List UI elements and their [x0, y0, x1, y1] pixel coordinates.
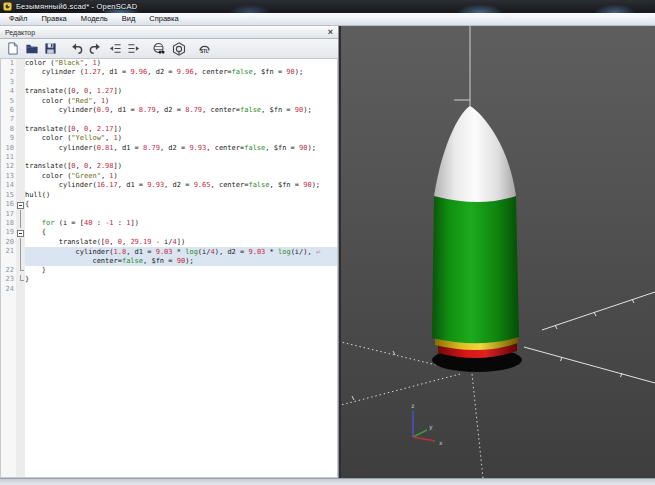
code-line[interactable]: 18 for (i = [40 : -1 : 1]) [1, 219, 337, 228]
fold-margin [16, 162, 25, 171]
fold-marker[interactable] [16, 200, 25, 209]
viewport-3d[interactable]: z y x [339, 26, 655, 478]
open-file-button[interactable] [23, 40, 40, 57]
menu-item[interactable]: Модель [74, 13, 115, 25]
code-line[interactable]: 16{ [1, 200, 337, 209]
code-line[interactable]: 11 [1, 153, 337, 162]
axis-label-y: y [429, 423, 433, 431]
fold-margin [16, 106, 25, 115]
save-file-button[interactable] [42, 40, 59, 57]
fold-marker [16, 275, 25, 284]
code-line[interactable]: 7 [1, 115, 337, 124]
code-line[interactable]: 13 color ("Green", 1) [1, 172, 337, 181]
render-preview-icon [152, 42, 167, 56]
render-button[interactable] [170, 40, 187, 57]
z-axis-line [454, 26, 470, 106]
code-text: color ("Red", 1) [25, 97, 337, 106]
code-line[interactable]: 23} [1, 275, 337, 284]
open-file-icon [25, 42, 39, 55]
code-line[interactable]: 14 cylinder(16.17, d1 = 9.93, d2 = 9.65,… [1, 181, 337, 190]
fold-margin [16, 134, 25, 143]
line-number: 10 [1, 144, 16, 153]
line-number: 20 [1, 238, 16, 247]
menu-item[interactable]: Вид [115, 13, 143, 25]
menu-item[interactable]: Справка [142, 13, 185, 25]
code-text [25, 78, 337, 87]
line-number: 7 [1, 115, 16, 124]
code-editor[interactable]: 1color ("Black", 1)2 cylinder (1.27, d1 … [0, 59, 338, 478]
menu-item[interactable]: Правка [34, 13, 73, 25]
title-bar[interactable]: Безымянный6.scad* - OpenSCAD [0, 0, 655, 13]
code-text: translate([0, 0, 2.17]) [25, 125, 337, 134]
code-line[interactable]: 22 } [1, 266, 337, 275]
line-number: 6 [1, 106, 16, 115]
code-line[interactable]: 1color ("Black", 1) [1, 59, 337, 68]
positive-axes [524, 292, 655, 383]
code-text: for (i = [40 : -1 : 1]) [25, 219, 337, 228]
code-line[interactable]: 9 color ("Yellow", 1) [1, 134, 337, 143]
close-panel-button[interactable]: × [328, 28, 333, 37]
stl-label: STL [200, 50, 209, 54]
line-number: 4 [1, 87, 16, 96]
line-number: 3 [1, 78, 16, 87]
code-line[interactable]: 21 cylinder(1.8, d1 = 9.03 * log(i/4), d… [1, 247, 337, 266]
export-stl-button[interactable]: STL [196, 40, 213, 57]
code-text: cylinder(1.8, d1 = 9.03 * log(i/4), d2 =… [25, 247, 337, 266]
code-line[interactable]: 12translate([0, 0, 2.98]) [1, 162, 337, 171]
code-line[interactable]: 8translate([0, 0, 2.17]) [1, 125, 337, 134]
save-file-icon [44, 42, 57, 55]
code-line[interactable]: 5 color ("Red", 1) [1, 97, 337, 106]
fold-margin [16, 172, 25, 181]
line-number: 2 [1, 68, 16, 77]
bullet-model [432, 106, 522, 372]
code-text [25, 285, 337, 294]
code-line[interactable]: 17 [1, 210, 337, 219]
code-text [25, 153, 337, 162]
redo-button[interactable] [87, 40, 104, 57]
fold-marker [16, 219, 25, 228]
code-text: cylinder (1.27, d1 = 9.96, d2 = 9.96, ce… [25, 68, 337, 77]
unindent-button[interactable] [106, 40, 123, 57]
code-line[interactable]: 15hull() [1, 191, 337, 200]
undo-button[interactable] [68, 40, 85, 57]
line-number: 11 [1, 153, 16, 162]
line-number: 21 [1, 247, 16, 266]
line-number: 15 [1, 191, 16, 200]
line-number: 5 [1, 97, 16, 106]
fold-marker[interactable] [16, 228, 25, 237]
openscad-window: Безымянный6.scad* - OpenSCAD ФайлПравкаМ… [0, 0, 655, 485]
line-number: 8 [1, 125, 16, 134]
axis-indicator: z y x [411, 402, 443, 446]
code-line[interactable]: 10 cylinder(0.81, d1 = 8.79, d2 = 9.93, … [1, 144, 337, 153]
indent-button[interactable] [125, 40, 142, 57]
menu-item[interactable]: Файл [2, 13, 34, 25]
line-number: 18 [1, 219, 16, 228]
fold-margin [16, 97, 25, 106]
new-file-button[interactable] [4, 40, 21, 57]
code-line[interactable]: 19 { [1, 228, 337, 237]
window-title: Безымянный6.scad* - OpenSCAD [16, 2, 137, 11]
render-preview-button[interactable] [151, 40, 168, 57]
code-line[interactable]: 3 [1, 78, 337, 87]
code-line[interactable]: 24 [1, 285, 337, 294]
code-text: translate([0, 0, 2.98]) [25, 162, 337, 171]
render-icon [172, 42, 186, 56]
code-line[interactable]: 6 cylinder(0.9, d1 = 8.79, d2 = 8.79, ce… [1, 106, 337, 115]
code-text: { [25, 228, 337, 237]
line-number: 17 [1, 210, 16, 219]
line-number: 14 [1, 181, 16, 190]
bullet-nose-white [434, 106, 516, 202]
code-line[interactable]: 4translate([0, 0, 1.27]) [1, 87, 337, 96]
fold-marker [16, 238, 25, 247]
editor-panel-header[interactable]: Редактор × [0, 26, 338, 39]
code-line[interactable]: 20 translate([0, 0, 29.19 - i/4]) [1, 238, 337, 247]
code-line[interactable]: 2 cylinder (1.27, d1 = 9.96, d2 = 9.96, … [1, 68, 337, 77]
code-text: cylinder(0.9, d1 = 8.79, d2 = 8.79, cent… [25, 106, 337, 115]
axis-label-x: x [439, 439, 443, 446]
line-number: 19 [1, 228, 16, 237]
code-text: cylinder(16.17, d1 = 9.93, d2 = 9.65, ce… [25, 181, 337, 190]
code-text [25, 210, 337, 219]
menu-bar: ФайлПравкаМодельВидСправка [0, 13, 655, 26]
code-text: { [25, 200, 337, 209]
line-number: 22 [1, 266, 16, 275]
